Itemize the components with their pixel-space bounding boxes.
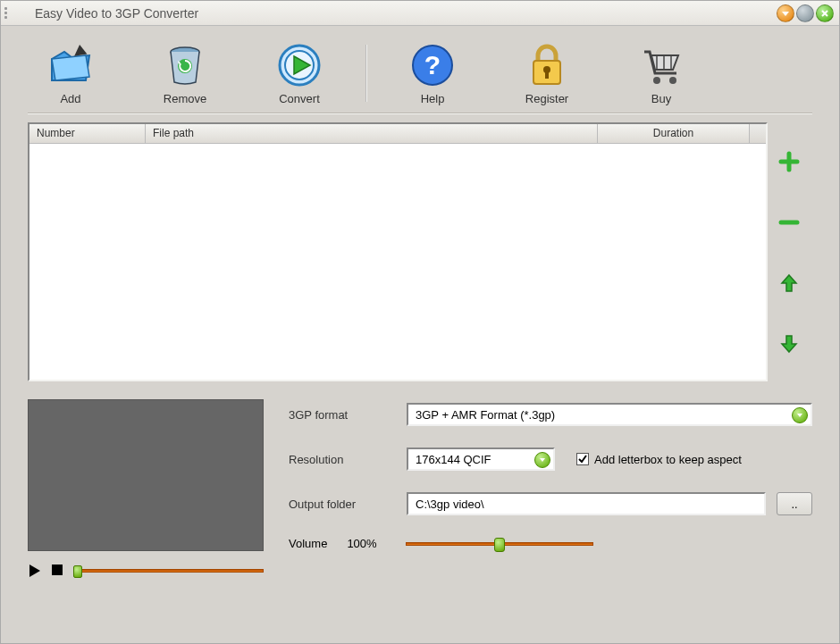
title-controls [777,4,834,22]
check-icon [577,454,588,464]
browse-button[interactable]: .. [777,492,812,515]
svg-rect-9 [545,71,549,79]
lower-panel: 3GP format 3GP + AMR Format (*.3gp) Reso… [28,390,812,578]
convert-label: Convert [279,92,320,105]
format-combo[interactable]: 3GP + AMR Format (*.3gp) [407,403,812,426]
play-circle-icon [274,40,324,90]
arrow-up-icon [778,272,800,294]
minus-icon [778,212,800,233]
column-number[interactable]: Number [29,124,146,143]
letterbox-checkbox[interactable] [576,453,589,465]
titlebar: Easy Video to 3GP Converter [1,1,839,26]
seek-slider[interactable] [74,569,264,573]
register-button[interactable]: Register [511,40,583,105]
arrow-down-icon [778,333,800,355]
folder-add-icon [46,40,96,90]
chevron-down-icon [538,456,547,464]
output-label: Output folder [289,498,396,511]
list-add-button[interactable] [777,149,802,174]
cart-icon [636,40,686,90]
buy-label: Buy [651,92,671,105]
volume-thumb[interactable] [494,538,505,552]
svg-point-14 [669,77,676,84]
titlebar-handle [1,1,15,25]
resolution-combo[interactable]: 176x144 QCIF [407,447,555,471]
toolbar-separator [365,45,366,102]
help-button[interactable]: ? Help [397,40,468,105]
resolution-label: Resolution [289,453,396,466]
output-folder-value: C:\3gp video\ [416,498,484,511]
content: Add Remove [1,26,839,643]
preview-column [28,399,264,578]
volume-slider[interactable] [406,542,593,546]
preview-area [28,399,264,551]
add-label: Add [60,92,80,105]
list-move-down-button[interactable] [777,331,802,356]
svg-rect-15 [52,565,63,575]
column-duration[interactable]: Duration [598,124,750,143]
format-label: 3GP format [289,408,396,422]
file-list-header: Number File path Duration [29,124,766,144]
column-scroll-spacer [750,124,766,143]
convert-button[interactable]: Convert [264,40,335,105]
stop-icon [51,564,63,576]
letterbox-label: Add letterbox to keep aspect [594,453,742,466]
svg-point-13 [653,77,660,84]
browse-label: .. [791,498,797,511]
column-filepath[interactable]: File path [146,124,598,143]
svg-text:?: ? [424,50,441,79]
list-remove-button[interactable] [777,210,802,235]
minimize-button[interactable] [777,4,794,22]
window-title: Easy Video to 3GP Converter [15,6,777,21]
close-button[interactable] [816,4,834,22]
volume-value: 100% [347,537,376,550]
lock-icon [522,40,572,90]
resolution-value: 176x144 QCIF [416,453,491,466]
trash-icon [160,40,210,90]
file-list-wrap: Number File path Duration [28,122,812,381]
output-folder-field[interactable]: C:\3gp video\ [407,492,766,515]
remove-button[interactable]: Remove [149,40,221,105]
stop-button[interactable] [51,564,65,578]
close-icon [820,9,829,18]
list-move-up-button[interactable] [777,271,802,296]
format-value: 3GP + AMR Format (*.3gp) [416,408,555,422]
add-button[interactable]: Add [35,40,106,105]
settings-column: 3GP format 3GP + AMR Format (*.3gp) Reso… [289,399,812,578]
seek-thumb[interactable] [73,565,82,578]
window-frame: Easy Video to 3GP Converter [0,0,840,644]
chevron-down-icon [795,411,804,420]
resolution-dropdown-button[interactable] [534,452,550,468]
toolbar: Add Remove [28,37,812,113]
help-label: Help [421,92,445,105]
format-dropdown-button[interactable] [792,407,808,423]
register-label: Register [525,92,568,105]
arrow-down-icon [781,9,790,18]
maximize-button[interactable] [796,4,814,22]
remove-label: Remove [164,92,206,105]
play-button[interactable] [28,564,42,578]
side-buttons [777,122,812,381]
plus-icon [778,151,800,172]
preview-controls [28,564,264,578]
file-list-body[interactable] [29,144,766,380]
help-icon: ? [407,40,458,90]
buy-button[interactable]: Buy [626,40,697,105]
file-list[interactable]: Number File path Duration [28,122,768,381]
volume-label: Volume [289,537,327,550]
play-icon [28,564,42,578]
